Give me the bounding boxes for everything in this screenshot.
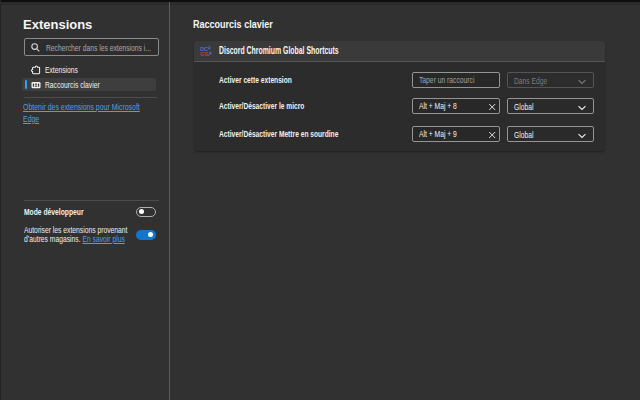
svg-text:GS: GS <box>200 51 208 57</box>
